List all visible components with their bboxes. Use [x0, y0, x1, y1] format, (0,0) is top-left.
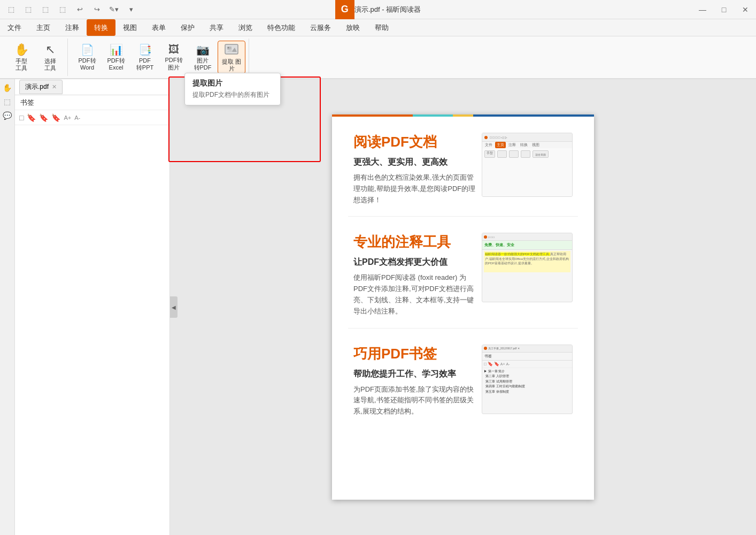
mini-btn-3	[509, 150, 519, 158]
mini-tab-file: 文件	[483, 142, 494, 148]
menu-annotate[interactable]: 注释	[58, 19, 87, 36]
app-logo[interactable]: G	[335, 0, 354, 19]
close-button[interactable]: ✕	[735, 0, 756, 19]
bookmark-icon-2[interactable]: 🔖	[27, 113, 36, 122]
menu-file[interactable]: 文件	[0, 19, 29, 36]
mini3-bm-icon1: □	[484, 362, 487, 366]
mini3-bookmark-bar: □ 🔖 🔖 A+ A-	[482, 361, 572, 368]
mini3-bm-a-plus: A+	[500, 362, 505, 366]
pdf-word-label: PDF转Word	[79, 57, 96, 71]
mini-btn-1: 手型	[484, 150, 495, 158]
hand-tool-button[interactable]: ✋ 手型工具	[7, 41, 35, 74]
menu-cloud[interactable]: 云服务	[303, 19, 338, 36]
mini2-yellow-highlight: 福昕阅读器一款功能强大的PDF文档处理工具,	[485, 253, 550, 256]
menu-home[interactable]: 主页	[29, 19, 58, 36]
menu-help[interactable]: 帮助	[367, 19, 396, 36]
mini2-highlight: 福昕阅读器一款功能强大的PDF文档处理工具,真正帮助用户,福昕闻名全球实用Off…	[484, 251, 570, 272]
menu-protect[interactable]: 保护	[173, 19, 202, 36]
menu-present[interactable]: 放映	[338, 19, 367, 36]
copy-icon[interactable]: ⬚	[20, 0, 36, 19]
pdf-to-word-button[interactable]: 📄 PDF转Word	[73, 41, 101, 74]
pdf-image-label: PDF转图片	[165, 57, 183, 71]
color-bar-yellow	[453, 114, 473, 117]
mini-select-all: 适合页面	[533, 150, 549, 158]
mini3-top: 员工手册_20120917.pdf ✕	[482, 345, 572, 353]
preview-section-2: □ □ □ 免费、快速、安全 福昕阅读器一款功能强大的PDF文档处理工具,真正帮…	[332, 217, 594, 327]
pdf-word-icon: 📄	[81, 43, 94, 56]
mini2-banner-text: 免费、快速、安全	[484, 242, 570, 248]
preview-section-3: 员工手册_20120917.pdf ✕ 书签 □ 🔖 🔖 A+ A- ▶ 第一章…	[332, 328, 594, 428]
mini-screenshot-3: 员工手册_20120917.pdf ✕ 书签 □ 🔖 🔖 A+ A- ▶ 第一章…	[482, 345, 573, 414]
select-tool-label: 选择工具	[44, 58, 56, 72]
bookmark-icon-4[interactable]: 🔖	[51, 113, 60, 122]
mini-logo-dot	[484, 136, 488, 139]
toolbar-group-convert: 📄 PDF转Word 📊 PDF转Excel 📑 PDF转PPT 🖼 PDF转图…	[70, 39, 249, 76]
collapse-panel-button[interactable]: ◀	[170, 296, 178, 318]
mini3-bm-item-4: 第四章 工时日程与勤勤制度	[484, 384, 570, 389]
color-bar	[332, 114, 594, 117]
minimize-button[interactable]: —	[692, 0, 713, 19]
file-tab-close[interactable]: ✕	[52, 83, 57, 90]
more-icon[interactable]: ▾	[123, 0, 139, 19]
menu-browse[interactable]: 浏览	[231, 19, 260, 36]
extract-image-button[interactable]: 提取 图片	[218, 41, 245, 74]
mini-toolbar: 手型 适合页面	[484, 150, 570, 158]
color-bar-blue	[473, 114, 594, 117]
undo-icon[interactable]: ↩	[72, 0, 88, 19]
mini-tab-home: 主页	[495, 142, 506, 148]
pdf-to-image-button[interactable]: 🖼 PDF转图片	[160, 41, 188, 74]
mini3-bm-icon2: 🔖	[488, 362, 493, 366]
window-title: 演示.pdf - 福昕阅读器	[354, 5, 421, 14]
side-tab-hand[interactable]: ✋	[1, 81, 14, 94]
print-icon[interactable]: ⬚	[37, 0, 53, 19]
mini2-icons: □ □ □	[488, 235, 495, 239]
image-pdf-icon: 📷	[196, 43, 210, 56]
menu-share[interactable]: 共享	[202, 19, 231, 36]
mini2-banner: 免费、快速、安全	[482, 241, 572, 250]
side-tab-comment[interactable]: 💬	[1, 109, 14, 122]
mini-tab-convert: 转换	[519, 142, 529, 148]
bookmark-icon-1[interactable]: □	[19, 113, 24, 122]
mini3-bm-icon3: 🔖	[494, 362, 499, 366]
menu-view[interactable]: 视图	[115, 19, 144, 36]
main-area: ✋ ⬚ 💬 演示.pdf ✕ 书签 □ 🔖 🔖 🔖 A+ A- ◀	[0, 79, 756, 535]
pdf-to-ppt-button[interactable]: 📑 PDF转PPT	[131, 41, 159, 74]
panel-section-label: 书签	[15, 95, 169, 110]
menu-convert[interactable]: 转换	[87, 19, 115, 36]
mini3-bookmark-label: 书签	[482, 353, 572, 361]
color-bar-orange	[332, 114, 413, 117]
side-tab-page[interactable]: ⬚	[1, 95, 14, 108]
mini3-bm-item-5: 第五章 休假制度	[484, 389, 570, 395]
bookmark-icon-6[interactable]: A-	[74, 114, 80, 121]
menu-special[interactable]: 特色功能	[260, 19, 303, 36]
image-to-pdf-button[interactable]: 📷 图片转PDF	[189, 41, 217, 74]
pdf-to-excel-button[interactable]: 📊 PDF转Excel	[102, 41, 130, 74]
hand-tool-label: 手型工具	[16, 58, 27, 72]
title-bar: G ⬚ ⬚ ⬚ ⬚ ↩ ↪ ✎▾ ▾ 演示.pdf - 福昕阅读器 — □ ✕	[0, 0, 756, 19]
mini2-top: □ □ □	[482, 233, 572, 241]
file-tab-name: 演示.pdf	[25, 82, 49, 91]
maximize-button[interactable]: □	[713, 0, 735, 19]
new-doc-icon[interactable]: ⬚	[55, 0, 71, 19]
pdf-image-icon: 🖼	[168, 43, 179, 56]
menu-bar: 文件 主页 注释 转换 视图 表单 保护 共享 浏览 特色功能 云服务 放映 帮…	[0, 19, 756, 36]
bookmark-icon-5[interactable]: A+	[64, 114, 71, 121]
pdf-excel-icon: 📊	[110, 43, 123, 56]
mini3-bookmark-list: ▶ 第一章 简介 第二章 入职管理 第三章 试用期管理 第四章 工时日程与勤勤制…	[482, 368, 572, 396]
mini3-bm-item-3: 第三章 试用期管理	[484, 379, 570, 385]
new-icon[interactable]: ⬚	[3, 0, 19, 19]
mini-top-bar: □ □ □ □ ◁ ▷	[482, 133, 572, 142]
hand-icon: ✋	[14, 43, 29, 57]
tooltip-description: 提取PDF文档中的所有图片	[192, 90, 273, 100]
menu-form[interactable]: 表单	[144, 19, 173, 36]
color-bar-teal	[413, 114, 453, 117]
toolbar: ✋ 手型工具 ↖ 选择工具 📄 PDF转Word 📊 PDF转Excel 📑 P…	[0, 36, 756, 79]
file-tab[interactable]: 演示.pdf ✕	[19, 80, 63, 94]
bookmark-icon-3[interactable]: 🔖	[39, 113, 48, 122]
tools-icon[interactable]: ✎▾	[106, 0, 122, 19]
left-panel: 演示.pdf ✕ 书签 □ 🔖 🔖 🔖 A+ A-	[15, 79, 170, 535]
redo-icon[interactable]: ↪	[89, 0, 105, 19]
select-tool-button[interactable]: ↖ 选择工具	[36, 41, 64, 74]
mini-btn-2	[497, 150, 507, 158]
select-icon: ↖	[45, 43, 55, 57]
